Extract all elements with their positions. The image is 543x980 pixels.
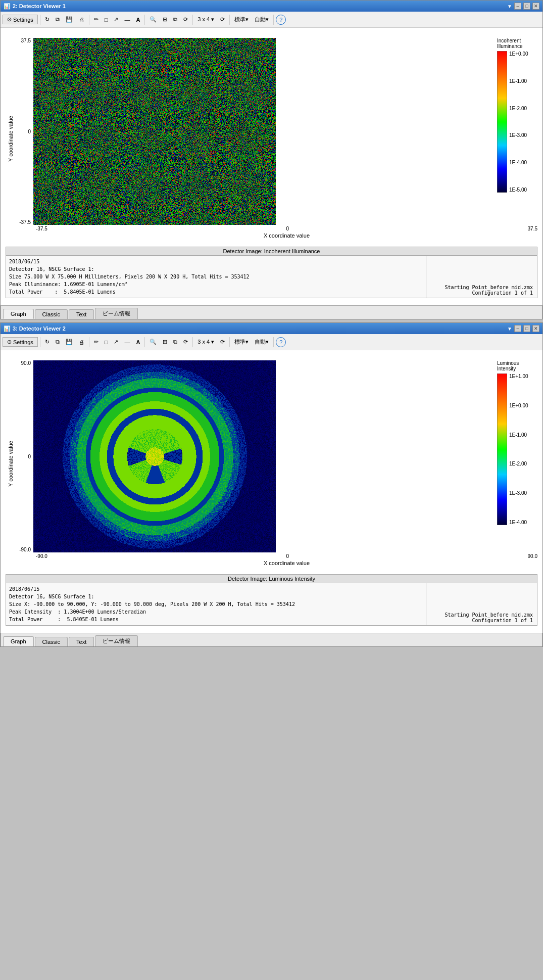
- print-btn-1[interactable]: 🖨: [76, 14, 87, 26]
- tab-classic-2[interactable]: Classic: [35, 637, 68, 646]
- auto-btn-2[interactable]: 自動▾: [252, 336, 271, 348]
- grid-btn-1[interactable]: ⊞: [160, 14, 170, 26]
- info-right-text-1: Starting Point_before mid.zmx Configurat…: [445, 285, 533, 296]
- pencil-btn-2[interactable]: ✏: [91, 336, 101, 348]
- sep-2d: [192, 337, 193, 347]
- text-btn-2[interactable]: A: [133, 336, 142, 348]
- sep-2c: [144, 337, 145, 347]
- tab-graph-2[interactable]: Graph: [3, 636, 34, 646]
- colorbar-labels-1: 1E+0.00 1E-1.00 1E-2.00 1E-3.00 1E-4.00 …: [509, 51, 528, 193]
- sync-btn-2[interactable]: ⟳: [218, 336, 227, 348]
- auto-btn-1[interactable]: 自動▾: [252, 14, 271, 26]
- x-axis-title-1: X coordinate value: [36, 231, 537, 240]
- copy-btn-1[interactable]: ⧉: [53, 14, 62, 26]
- help-btn-2[interactable]: ?: [276, 337, 286, 347]
- sep-2a: [40, 337, 40, 347]
- chart-with-axes-1: 37.5 0 -37.5 Incoherent Illuminance 1E+0…: [16, 38, 537, 240]
- text-btn-1[interactable]: A: [133, 14, 142, 26]
- info-left-text-1: 2018/06/15 Detector 16, NSCG Surface 1: …: [9, 259, 250, 295]
- detector-canvas-2[interactable]: [33, 360, 276, 552]
- cb-label-1-3: 1E-3.00: [509, 132, 528, 138]
- chart-canvas-wrap-1[interactable]: [33, 38, 492, 225]
- tab-text-2[interactable]: Text: [69, 637, 94, 646]
- y-ticks-2: 90.0 0 -90.0: [16, 360, 33, 552]
- rotate-btn-1[interactable]: ⟳: [181, 14, 190, 26]
- copy-btn-2[interactable]: ⧉: [53, 336, 62, 348]
- x-tick-max-1: 37.5: [528, 226, 537, 231]
- info-right-text-2: Starting Point_before mid.zmx Configurat…: [445, 612, 533, 623]
- zoom-btn-1[interactable]: 🔍: [147, 14, 159, 26]
- grid-btn-2[interactable]: ⊞: [160, 336, 170, 348]
- pin-icon-1: ▼: [507, 4, 512, 9]
- x-axis-title-2: X coordinate value: [36, 559, 537, 567]
- chart-row-1: 37.5 0 -37.5 Incoherent Illuminance 1E+0…: [16, 38, 537, 225]
- cb-label-2-0: 1E+1.00: [509, 374, 528, 379]
- rotate-btn-2[interactable]: ⟳: [181, 336, 190, 348]
- refresh-btn-2[interactable]: ↻: [42, 336, 52, 348]
- y-tick-max-1: 37.5: [16, 38, 31, 43]
- chart-area-1: Y coordinate value 37.5 0 -37.5 Incohere…: [6, 33, 537, 245]
- tab-bar-2: Graph Classic Text ビーム情報: [1, 633, 542, 646]
- rect-btn-1[interactable]: □: [102, 14, 111, 26]
- save-btn-1[interactable]: 💾: [63, 14, 75, 26]
- cb-label-1-0: 1E+0.00: [509, 51, 528, 57]
- print-btn-2[interactable]: 🖨: [76, 336, 87, 348]
- line-btn-1[interactable]: —: [122, 14, 132, 26]
- layout-btn-2[interactable]: 3 x 4 ▾: [195, 336, 217, 348]
- settings-chevron-icon-2: ⊙: [7, 339, 12, 345]
- close-btn-1[interactable]: ✕: [532, 3, 539, 10]
- layout-btn-1[interactable]: 3 x 4 ▾: [195, 14, 217, 26]
- x-tick-min-1: -37.5: [36, 226, 47, 231]
- restore-btn-1[interactable]: □: [523, 3, 530, 10]
- x-tick-max-2: 90.0: [528, 553, 537, 559]
- tab-classic-1[interactable]: Classic: [35, 309, 68, 319]
- settings-btn-1[interactable]: ⊙ Settings: [3, 15, 38, 24]
- zoom-btn-2[interactable]: 🔍: [147, 336, 159, 348]
- cb-label-1-2: 1E-2.00: [509, 106, 528, 111]
- sep-1a: [40, 15, 40, 25]
- sync-btn-1[interactable]: ⟳: [218, 14, 227, 26]
- detector-canvas-1[interactable]: [33, 38, 276, 225]
- chart-row-2: 90.0 0 -90.0 Luminous Intensity 1E+1.00: [16, 360, 537, 552]
- sep-1e: [229, 15, 230, 25]
- tab-text-1[interactable]: Text: [69, 309, 94, 319]
- copy2-btn-2[interactable]: ⧉: [171, 336, 180, 348]
- tab-beam-2[interactable]: ビーム情報: [95, 635, 138, 646]
- tab-bar-1: Graph Classic Text ビーム情報: [1, 305, 542, 319]
- detector-viewer-1: 📊 2: Detector Viewer 1 ▼ – □ ✕ ⊙ Setting…: [0, 0, 543, 319]
- info-panel-1: Detector Image: Incoherent Illuminance 2…: [6, 247, 537, 298]
- restore-btn-2[interactable]: □: [523, 325, 530, 332]
- colorbar-title-2: Luminous Intensity: [497, 360, 519, 371]
- rect-btn-2[interactable]: □: [102, 336, 111, 348]
- info-header-2: Detector Image: Luminous Intensity: [6, 575, 537, 583]
- standard-btn-2[interactable]: 標準▾: [232, 336, 251, 348]
- tab-beam-1[interactable]: ビーム情報: [95, 308, 138, 319]
- arrow-btn-2[interactable]: ↗: [111, 336, 121, 348]
- title-bar-left-1: 📊 2: Detector Viewer 1: [4, 3, 66, 10]
- minimize-btn-1[interactable]: –: [514, 3, 521, 10]
- save-btn-2[interactable]: 💾: [63, 336, 75, 348]
- standard-btn-1[interactable]: 標準▾: [232, 14, 251, 26]
- chart-canvas-wrap-2[interactable]: [33, 360, 492, 552]
- copy2-btn-1[interactable]: ⧉: [171, 14, 180, 26]
- chart-content-2: Y coordinate value 90.0 0 -90.0 Luminous…: [1, 350, 542, 633]
- title-bar-right-1: ▼ – □ ✕: [507, 3, 539, 10]
- x-tick-min-2: -90.0: [36, 553, 47, 559]
- refresh-btn-1[interactable]: ↻: [42, 14, 52, 26]
- window-icon-1: 📊: [4, 3, 11, 10]
- minimize-btn-2[interactable]: –: [514, 325, 521, 332]
- colorbar-title-1: Incoherent Illuminance: [497, 38, 523, 49]
- close-btn-2[interactable]: ✕: [532, 325, 539, 332]
- help-btn-1[interactable]: ?: [276, 15, 286, 25]
- y-axis-label-1: Y coordinate value: [6, 38, 16, 240]
- title-bar-right-2: ▼ – □ ✕: [507, 325, 539, 332]
- settings-btn-2[interactable]: ⊙ Settings: [3, 337, 38, 347]
- arrow-btn-1[interactable]: ↗: [111, 14, 121, 26]
- x-axis-labels-2: -90.0 0 90.0: [36, 552, 537, 559]
- window-icon-2: 📊: [4, 325, 11, 332]
- pencil-btn-1[interactable]: ✏: [91, 14, 101, 26]
- chart-area-2: Y coordinate value 90.0 0 -90.0 Luminous…: [6, 355, 537, 572]
- info-right-2: Starting Point_before mid.zmx Configurat…: [426, 583, 537, 625]
- tab-graph-1[interactable]: Graph: [3, 309, 34, 319]
- line-btn-2[interactable]: —: [122, 336, 132, 348]
